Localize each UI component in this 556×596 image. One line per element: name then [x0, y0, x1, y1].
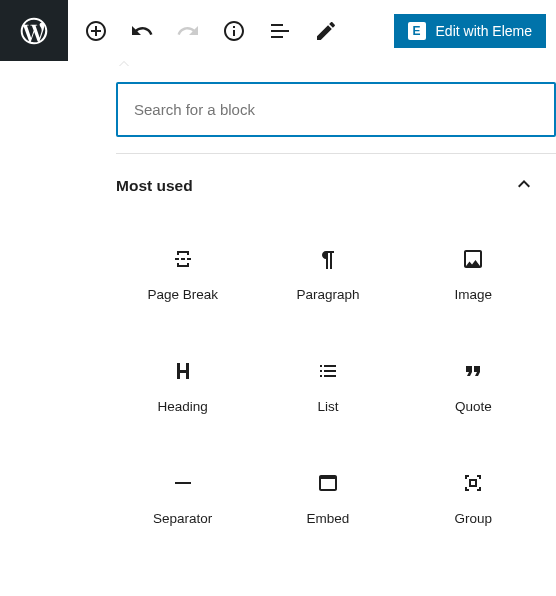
info-icon [222, 19, 246, 43]
page-break-icon [169, 245, 197, 273]
heading-icon [169, 357, 197, 385]
block-list[interactable]: List [255, 329, 400, 441]
chevron-up-icon [512, 172, 536, 199]
block-quote[interactable]: Quote [401, 329, 546, 441]
block-label: List [317, 399, 338, 414]
block-label: Separator [153, 511, 212, 526]
most-used-section-header[interactable]: Most used [100, 154, 556, 213]
search-input[interactable] [116, 82, 556, 137]
block-label: Embed [307, 511, 350, 526]
block-image[interactable]: Image [401, 217, 546, 329]
block-embed[interactable]: Embed [255, 441, 400, 553]
edit-with-elementor-label: Edit with Eleme [436, 23, 532, 39]
block-page-break[interactable]: Page Break [110, 217, 255, 329]
list-icon [314, 357, 342, 385]
elementor-icon: E [408, 22, 426, 40]
search-wrapper [100, 66, 556, 153]
block-paragraph[interactable]: Paragraph [255, 217, 400, 329]
block-grid: Page Break Paragraph Image Heading List [100, 213, 556, 569]
add-block-button[interactable] [78, 13, 114, 49]
outline-button[interactable] [262, 13, 298, 49]
quote-icon [459, 357, 487, 385]
editor-topbar: E Edit with Eleme [0, 0, 556, 61]
block-group[interactable]: Group [401, 441, 546, 553]
group-icon [459, 469, 487, 497]
info-button[interactable] [216, 13, 252, 49]
block-label: Heading [158, 399, 208, 414]
block-label: Page Break [147, 287, 218, 302]
block-label: Image [455, 287, 493, 302]
block-separator[interactable]: Separator [110, 441, 255, 553]
block-label: Group [455, 511, 493, 526]
embed-icon [314, 469, 342, 497]
section-title: Most used [116, 177, 193, 195]
block-label: Quote [455, 399, 492, 414]
editor-toolbar: E Edit with Eleme [68, 0, 556, 61]
separator-icon [169, 469, 197, 497]
wordpress-icon [18, 15, 50, 47]
paragraph-icon [314, 245, 342, 273]
undo-icon [130, 19, 154, 43]
image-icon [459, 245, 487, 273]
edit-button[interactable] [308, 13, 344, 49]
redo-icon [176, 19, 200, 43]
undo-button[interactable] [124, 13, 160, 49]
block-inserter-panel: Most used Page Break Paragraph Image [100, 66, 556, 569]
block-label: Paragraph [296, 287, 359, 302]
redo-button[interactable] [170, 13, 206, 49]
wordpress-logo[interactable] [0, 0, 68, 61]
outline-icon [268, 19, 292, 43]
block-heading[interactable]: Heading [110, 329, 255, 441]
pencil-icon [314, 19, 338, 43]
edit-with-elementor-button[interactable]: E Edit with Eleme [394, 14, 546, 48]
plus-circle-icon [84, 19, 108, 43]
